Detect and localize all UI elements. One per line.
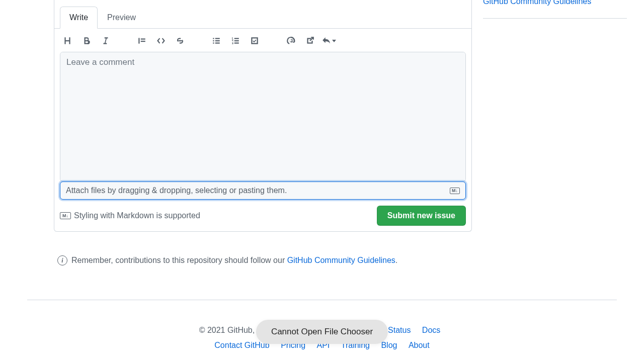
heading-icon[interactable] — [60, 34, 74, 48]
comment-textarea[interactable] — [60, 52, 465, 180]
reply-icon[interactable] — [322, 34, 336, 48]
toast-message: Cannot Open File Chooser — [256, 320, 388, 344]
markdown-support-text: Styling with Markdown is supported — [74, 211, 200, 220]
mention-icon[interactable] — [284, 34, 298, 48]
footer-status-link[interactable]: Status — [388, 326, 411, 334]
footer-about-link[interactable]: About — [409, 341, 430, 349]
footer-divider — [27, 300, 617, 300]
textarea-container — [60, 52, 466, 182]
footer-docs-link[interactable]: Docs — [422, 326, 440, 334]
guidelines-link[interactable]: GitHub Community Guidelines — [287, 256, 395, 264]
markdown-icon: M↓ — [60, 212, 71, 219]
attach-files-bar[interactable]: Attach files by dragging & dropping, sel… — [60, 182, 466, 200]
attach-hint-text: Attach files by dragging & dropping, sel… — [66, 186, 287, 195]
link-icon[interactable] — [173, 34, 187, 48]
code-icon[interactable] — [154, 34, 168, 48]
italic-icon[interactable] — [99, 34, 113, 48]
numbered-list-icon[interactable] — [228, 34, 243, 48]
sidebar-guidelines-link[interactable]: GitHub Community Guidelines — [483, 0, 591, 6]
markdown-icon: M↓ — [450, 188, 460, 194]
tab-write[interactable]: Write — [60, 7, 98, 29]
cross-reference-icon[interactable] — [303, 34, 317, 48]
info-icon: i — [57, 255, 67, 265]
tab-preview[interactable]: Preview — [98, 7, 145, 29]
editor-tabs: Write Preview — [54, 6, 471, 29]
footer-blog-link[interactable]: Blog — [381, 341, 397, 349]
reminder-prefix: Remember, contributions to this reposito… — [71, 256, 287, 264]
quote-icon[interactable] — [135, 34, 149, 48]
comment-form: Write Preview — [54, 0, 472, 232]
formatting-toolbar — [54, 29, 471, 52]
bold-icon[interactable] — [79, 34, 94, 48]
chevron-down-icon — [332, 40, 336, 42]
reminder-suffix: . — [395, 256, 397, 264]
task-list-icon[interactable] — [248, 34, 262, 48]
sidebar-divider — [483, 18, 627, 19]
contribution-reminder: i Remember, contributions to this reposi… — [57, 255, 397, 265]
footer-contact-link[interactable]: Contact GitHub — [214, 341, 269, 349]
markdown-support-link[interactable]: M↓ Styling with Markdown is supported — [60, 211, 200, 220]
bullet-list-icon[interactable] — [209, 34, 223, 48]
submit-new-issue-button[interactable]: Submit new issue — [377, 206, 466, 226]
